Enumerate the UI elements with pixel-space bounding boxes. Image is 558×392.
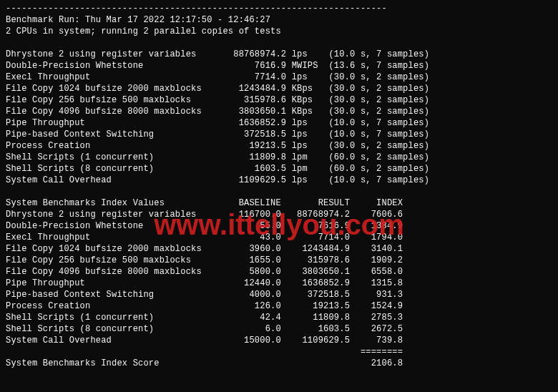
terminal-output: ----------------------------------------… <box>0 0 558 392</box>
